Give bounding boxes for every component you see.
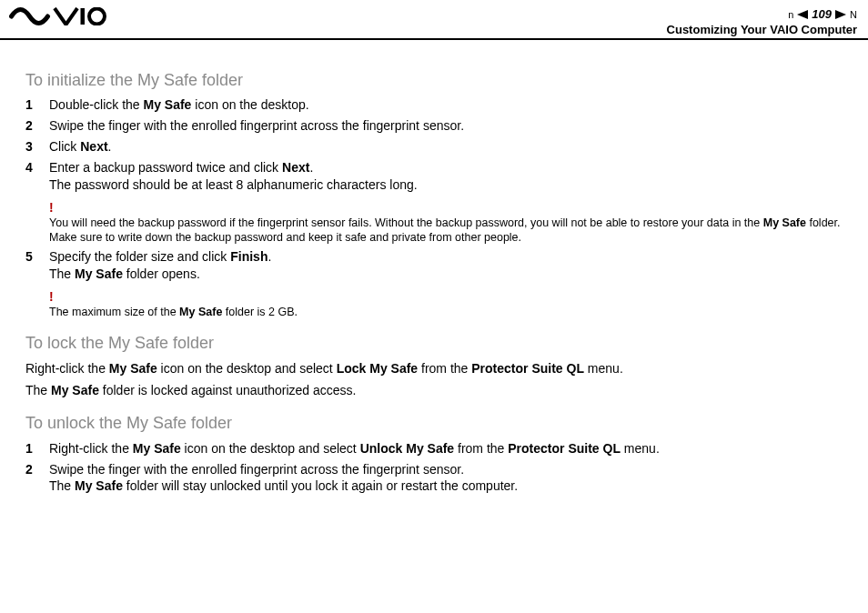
svg-rect-0	[81, 8, 86, 25]
step-text: Specify the folder size and click Finish…	[49, 248, 843, 283]
content: To initialize the My Safe folder 1 Doubl…	[0, 40, 868, 495]
warning-text: The maximum size of the My Safe folder i…	[49, 305, 843, 319]
warning-block: ! You will need the backup password if t…	[49, 201, 843, 246]
warning-icon: !	[49, 290, 843, 303]
step-text: Enter a backup password twice and click …	[49, 159, 843, 194]
nav-marker-n: n	[788, 9, 793, 20]
step-number: 1	[25, 96, 49, 114]
list-item: 3 Click Next.	[25, 138, 843, 156]
nav-marker-N: N	[850, 9, 857, 20]
step-number: 4	[25, 159, 49, 176]
page-number: 109	[812, 7, 832, 21]
header: n 109 N Customizing Your VAIO Computer	[0, 0, 868, 40]
list-item: 5 Specify the folder size and click Fini…	[25, 248, 843, 283]
step-number: 5	[25, 248, 49, 266]
vaio-logo	[9, 7, 109, 29]
step-text: Double-click the My Safe icon on the des…	[49, 96, 843, 114]
paragraph: Right-click the My Safe icon on the desk…	[25, 360, 843, 377]
list-item: 1 Right-click the My Safe icon on the de…	[25, 440, 843, 457]
warning-block: ! The maximum size of the My Safe folder…	[49, 290, 843, 319]
list-item: 2 Swipe the finger with the enrolled fin…	[25, 117, 843, 135]
svg-marker-2	[797, 10, 808, 19]
svg-point-1	[89, 9, 105, 25]
section-title-init: To initialize the My Safe folder	[25, 69, 843, 91]
list-item: 4 Enter a backup password twice and clic…	[25, 159, 843, 194]
next-page-arrow-icon[interactable]	[835, 10, 846, 19]
header-right: n 109 N Customizing Your VAIO Computer	[667, 7, 857, 36]
list-item: 2 Swipe the finger with the enrolled fin…	[25, 461, 843, 496]
warning-icon: !	[49, 201, 843, 214]
prev-page-arrow-icon[interactable]	[797, 10, 808, 19]
step-text: Swipe the finger with the enrolled finge…	[49, 461, 843, 496]
section-title-lock: To lock the My Safe folder	[25, 332, 843, 354]
paragraph: The My Safe folder is locked against una…	[25, 382, 843, 399]
section-title-unlock: To unlock the My Safe folder	[25, 412, 843, 434]
step-text: Swipe the finger with the enrolled finge…	[49, 117, 843, 135]
list-item: 1 Double-click the My Safe icon on the d…	[25, 96, 843, 114]
step-number: 3	[25, 138, 49, 156]
svg-marker-3	[835, 10, 846, 19]
page: n 109 N Customizing Your VAIO Computer T…	[0, 0, 868, 613]
step-number: 2	[25, 117, 49, 135]
step-text: Right-click the My Safe icon on the desk…	[49, 440, 843, 457]
step-number: 1	[25, 440, 49, 457]
step-number: 2	[25, 461, 49, 478]
step-text: Click Next.	[49, 138, 843, 156]
warning-text: You will need the backup password if the…	[49, 216, 843, 246]
header-subtitle: Customizing Your VAIO Computer	[667, 23, 857, 36]
